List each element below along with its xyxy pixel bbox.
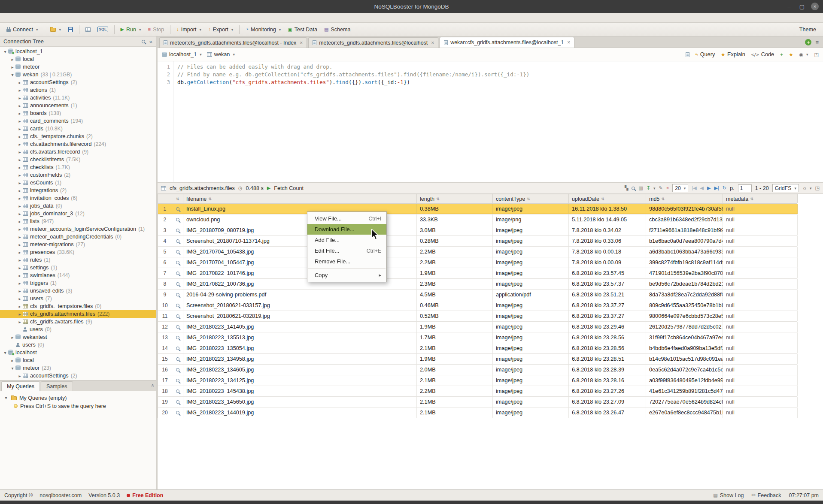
show-log-button[interactable]: ▤ Show Log	[713, 492, 744, 498]
cell-md5[interactable]: b14c98e1015ac517d98c091ead4	[646, 354, 723, 364]
export-results-button[interactable]: ↧ ▾	[647, 186, 656, 190]
twisty-icon[interactable]: ▾	[10, 72, 15, 77]
cell-metadata[interactable]: null	[723, 386, 798, 396]
table-row[interactable]: 16 IMG_20180223_134605.jpg 2.0MB image/j…	[158, 365, 797, 375]
close-tab-icon[interactable]: ×	[567, 39, 570, 45]
cell-upload-date[interactable]: 6.8.2018 klo 23.28.39	[569, 365, 646, 375]
tree-item[interactable]: ▸ integrations (2)	[0, 187, 156, 194]
connect-button[interactable]: Connect ▾	[3, 25, 41, 34]
theme-button[interactable]: Theme	[799, 27, 820, 33]
maximize-editor-icon[interactable]: ◳	[814, 52, 819, 57]
cell-content-type[interactable]: image/jpeg	[493, 332, 569, 343]
twisty-icon[interactable]: ▸	[10, 65, 15, 69]
cell-content-type[interactable]: image/jpeg	[493, 225, 569, 235]
cell-length[interactable]: 1.7MB	[417, 332, 493, 343]
row-preview-button[interactable]	[172, 225, 183, 235]
twisty-icon[interactable]: ▸	[17, 242, 22, 247]
tree-item[interactable]: ▸ unsaved-edits (3)	[0, 287, 156, 295]
cell-content-type[interactable]: image/jpeg	[493, 247, 569, 257]
twisty-icon[interactable]: ▸	[17, 266, 22, 270]
cell-metadata[interactable]: null	[723, 397, 798, 407]
cell-length[interactable]: 2.1MB	[417, 343, 493, 353]
context-menu-item[interactable]: Edit File... Ctrl+E	[307, 245, 386, 256]
cell-content-type[interactable]: image/jpeg	[493, 279, 569, 289]
tree-item[interactable]: ▸ boards (138)	[0, 109, 156, 117]
cell-upload-date[interactable]: 7.8.2018 klo 0.00.18	[569, 247, 646, 257]
row-preview-button[interactable]	[172, 204, 183, 214]
open-file-button[interactable]: ▾	[47, 26, 64, 33]
header-content-type[interactable]: contentType ⇅	[493, 194, 569, 203]
twisty-icon[interactable]: ▸	[17, 296, 22, 301]
table-row[interactable]: 8 IMG_20170822_100736.jpg 2.3MB image/jp…	[158, 279, 797, 290]
cell-filename[interactable]: IMG_20180223_135054.jpg	[183, 343, 417, 353]
context-menu-item[interactable]: Copy	[307, 270, 386, 281]
table-row[interactable]: 20 IMG_20180223_144019.jpg 2.1MB image/j…	[158, 407, 797, 418]
cell-filename[interactable]: IMG_20180223_134605.jpg	[183, 365, 417, 375]
twisty-icon[interactable]: ▸	[17, 304, 22, 309]
twisty-icon[interactable]: ▾	[3, 49, 8, 54]
cell-length[interactable]: 3.0MB	[417, 225, 493, 235]
cell-upload-date[interactable]: 6.8.2018 klo 23.27.26	[569, 386, 646, 396]
view-options-button[interactable]: ◉ ▾	[799, 52, 808, 57]
twisty-icon[interactable]: ▸	[10, 335, 15, 340]
table-view-button[interactable]	[82, 26, 94, 33]
cell-md5[interactable]: a6d3babc1063bba473a66c93313	[646, 247, 723, 257]
cell-upload-date[interactable]: 7.8.2018 klo 0.33.06	[569, 236, 646, 246]
cell-filename[interactable]: IMG_20180223_144019.jpg	[183, 407, 417, 418]
row-preview-button[interactable]	[172, 300, 183, 311]
row-preview-button[interactable]	[172, 386, 183, 396]
tree-item[interactable]: ▸ cfs.avatars.filerecord (9)	[0, 148, 156, 156]
cell-metadata[interactable]: null	[723, 279, 798, 289]
cell-length[interactable]: 4.5MB	[417, 290, 493, 300]
cell-metadata[interactable]: null	[723, 204, 798, 214]
twisty-icon[interactable]: ▸	[17, 96, 22, 100]
table-row[interactable]: 4 Screenshot_20180710-113714.jpg 0.28MB …	[158, 236, 797, 247]
tree-item[interactable]: ▾ localhost_1	[0, 48, 156, 55]
cell-md5[interactable]: 31f99f17cb864ce04b467a97ee85	[646, 332, 723, 343]
header-preview-column[interactable]: ⇅	[172, 194, 183, 203]
twisty-icon[interactable]: ▸	[17, 196, 22, 201]
twisty-icon[interactable]: ▸	[17, 173, 22, 178]
row-preview-button[interactable]	[172, 247, 183, 257]
cell-content-type[interactable]: image/jpeg	[493, 365, 569, 375]
row-preview-button[interactable]	[172, 236, 183, 246]
cell-upload-date[interactable]: 6.8.2018 klo 23.57.45	[569, 268, 646, 278]
table-row[interactable]: 19 IMG_20180223_145650.jpg 2.1MB image/j…	[158, 397, 797, 407]
cell-filename[interactable]: Screenshot_20180621-032819.jpg	[183, 311, 417, 321]
cell-filename[interactable]: IMG_20180223_134125.jpg	[183, 375, 417, 386]
cell-md5[interactable]: 399c8274fbfb19c818c9af114dfcf	[646, 257, 723, 268]
cell-md5[interactable]: b4bdb6e4faed0a909ba13e5df305	[646, 343, 723, 353]
twisty-icon[interactable]: ▸	[17, 111, 22, 116]
tree-item[interactable]: ▸ local	[0, 356, 156, 364]
row-preview-button[interactable]	[172, 268, 183, 278]
editor-tab[interactable]: meteor:cfs_gridfs.attachments.files@loca…	[159, 37, 307, 48]
cell-md5[interactable]: be9d56c72bdeae1b784d2bd2155	[646, 279, 723, 289]
cell-length[interactable]: 2.2MB	[417, 386, 493, 396]
header-md5[interactable]: md5 ⇅	[646, 194, 723, 203]
cell-metadata[interactable]: null	[723, 322, 798, 332]
new-tab-button[interactable]: +	[805, 39, 811, 45]
tree-item[interactable]: ▸ cfs_gridfs._tempstore.files (0)	[0, 302, 156, 310]
cell-content-type[interactable]: image/jpeg	[493, 375, 569, 386]
tree-item[interactable]: ▸ esCounts (1)	[0, 179, 156, 187]
tree-item[interactable]: ▸ local	[0, 55, 156, 63]
cell-md5[interactable]: 98d80c565f03f921fe4b730af58f8	[646, 204, 723, 214]
twisty-icon[interactable]: ▸	[17, 273, 22, 278]
cell-length[interactable]: 2.2MB	[417, 257, 493, 268]
table-row[interactable]: 7 IMG_20170822_101746.jpg 1.9MB image/jp…	[158, 268, 797, 279]
table-row[interactable]: 9 2016-04-29-solving-problems.pdf 4.5MB …	[158, 290, 797, 300]
tree-item[interactable]: users (0)	[0, 326, 156, 333]
page-size-select[interactable]: 20 ▾	[672, 184, 688, 192]
cell-content-type[interactable]: image/jpeg	[493, 204, 569, 214]
cell-upload-date[interactable]: 16.11.2018 klo 1.38.50	[569, 204, 646, 214]
twisty-icon[interactable]: ▸	[17, 188, 22, 193]
cell-metadata[interactable]: null	[723, 268, 798, 278]
row-preview-button[interactable]	[172, 407, 183, 418]
tree-item[interactable]: ▸ cards (10.8K)	[0, 125, 156, 133]
cell-md5[interactable]: 0ea5c62d4a072c9e7ca4b1c5eff1	[646, 365, 723, 375]
last-page-button[interactable]: ▶|	[714, 185, 719, 191]
page-number-input[interactable]: 1	[738, 184, 752, 192]
table-row[interactable]: 12 IMG_20180223_141405.jpg 1.9MB image/j…	[158, 322, 797, 332]
cell-md5[interactable]: 26120d25798778dd7d2d5c02735	[646, 322, 723, 332]
twisty-icon[interactable]: ▸	[17, 374, 22, 378]
